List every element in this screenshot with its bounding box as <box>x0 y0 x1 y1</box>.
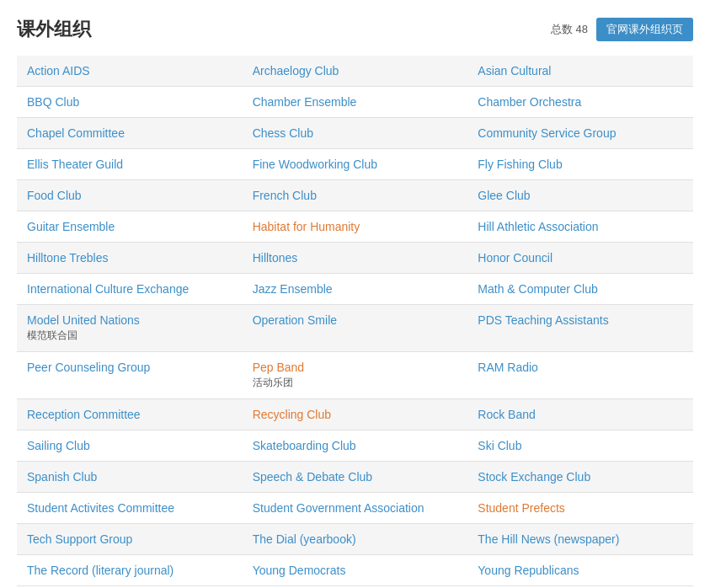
table-row: International Culture ExchangeJazz Ensem… <box>17 274 693 305</box>
table-cell: Tech Support Group <box>17 524 243 555</box>
table-cell: French Club <box>243 180 468 211</box>
table-cell: Operation Smile <box>243 305 468 352</box>
table-cell: Student Government Association <box>243 493 468 524</box>
club-link[interactable]: Fly Fishing Club <box>478 158 562 171</box>
club-link[interactable]: Peer Counseling Group <box>27 361 150 374</box>
page-title: 课外组织 <box>17 17 91 42</box>
club-link[interactable]: Recycling Club <box>253 408 331 421</box>
club-link[interactable]: PDS Teaching Assistants <box>478 313 608 327</box>
club-link[interactable]: French Club <box>253 189 317 202</box>
club-link[interactable]: Model United Nations <box>27 313 140 327</box>
club-link[interactable]: Speech & Debate Club <box>253 470 372 484</box>
club-link[interactable]: The Hill News (newspaper) <box>478 532 619 546</box>
table-cell: Young Democrats <box>243 555 468 586</box>
club-link[interactable]: Jazz Ensemble <box>253 282 333 296</box>
table-cell: Young Republicans <box>467 555 693 586</box>
club-link[interactable]: Ellis Theater Guild <box>27 158 123 171</box>
table-cell: Chapel Committee <box>17 118 243 149</box>
club-subtitle: 模范联合国 <box>27 329 232 343</box>
club-link[interactable]: Hill Athletic Association <box>478 220 598 233</box>
table-cell: Glee Club <box>467 180 693 211</box>
table-row: Ellis Theater GuildFine Woodworking Club… <box>17 149 693 180</box>
club-link[interactable]: Operation Smile <box>253 313 337 327</box>
club-link[interactable]: Chamber Orchestra <box>478 95 581 109</box>
table-row: Sailing ClubSkateboarding ClubSki Club <box>17 430 693 462</box>
table-cell: The Dial (yearbook) <box>243 524 468 555</box>
table-cell: Chamber Ensemble <box>243 87 468 118</box>
table-cell: Archaelogy Club <box>243 56 468 87</box>
club-link[interactable]: Chapel Committee <box>27 126 125 140</box>
table-cell: Jazz Ensemble <box>243 274 468 305</box>
table-cell: Math & Computer Club <box>467 274 693 305</box>
club-link[interactable]: Student Activites Committee <box>27 501 174 515</box>
table-cell: Student Activites Committee <box>17 493 243 524</box>
club-link[interactable]: Guitar Ensemble <box>27 220 115 233</box>
club-link[interactable]: Habitat for Humanity <box>253 220 360 233</box>
table-cell: Skateboarding Club <box>243 430 468 462</box>
table-cell: Hilltone Trebles <box>17 243 243 274</box>
table-cell: Hill Athletic Association <box>467 211 693 243</box>
table-cell: Action AIDS <box>17 56 243 87</box>
table-cell: Student Prefects <box>467 493 693 524</box>
club-link[interactable]: Chess Club <box>253 126 313 140</box>
club-link[interactable]: Student Government Association <box>253 501 424 515</box>
total-count: 总数 48 <box>551 22 588 37</box>
club-link[interactable]: Tech Support Group <box>27 532 132 546</box>
club-link[interactable]: Food Club <box>27 189 82 202</box>
club-link[interactable]: Action AIDS <box>27 64 90 78</box>
header-right: 总数 48 官网课外组织页 <box>551 18 693 41</box>
club-link[interactable]: Community Service Group <box>478 126 616 140</box>
table-cell: RAM Radio <box>467 352 693 399</box>
table-cell: The Record (literary journal) <box>17 555 243 586</box>
club-link[interactable]: Hilltones <box>253 251 298 265</box>
club-link[interactable]: Spanish Club <box>27 470 97 484</box>
table-cell: Chamber Orchestra <box>467 87 693 118</box>
club-link[interactable]: Skateboarding Club <box>253 439 356 452</box>
table-cell: Ski Club <box>467 430 693 462</box>
club-link[interactable]: BBQ Club <box>27 95 79 109</box>
table-row: Action AIDSArchaelogy ClubAsian Cultural <box>17 56 693 87</box>
table-cell: Honor Council <box>467 243 693 274</box>
club-link[interactable]: RAM Radio <box>478 361 538 374</box>
club-link[interactable]: Archaelogy Club <box>253 64 339 78</box>
club-link[interactable]: Stock Exchange Club <box>478 470 590 484</box>
table-cell: Food Club <box>17 180 243 211</box>
club-link[interactable]: Sailing Club <box>27 439 90 452</box>
club-link[interactable]: Young Democrats <box>253 564 346 577</box>
club-link[interactable]: International Culture Exchange <box>27 282 189 296</box>
club-link[interactable]: Math & Computer Club <box>478 282 597 296</box>
table-cell: The Hill News (newspaper) <box>467 524 693 555</box>
club-link[interactable]: The Dial (yearbook) <box>253 532 356 546</box>
club-link[interactable]: Rock Band <box>478 408 535 421</box>
table-row: Peer Counseling GroupPep Band活动乐团RAM Rad… <box>17 352 693 399</box>
club-link[interactable]: Hilltone Trebles <box>27 251 109 265</box>
club-link[interactable]: Young Republicans <box>478 564 579 577</box>
club-link[interactable]: Reception Committee <box>27 408 141 421</box>
table-row: Model United Nations模范联合国Operation Smile… <box>17 305 693 352</box>
table-row: BBQ ClubChamber EnsembleChamber Orchestr… <box>17 87 693 118</box>
table-cell: Speech & Debate Club <box>243 462 468 493</box>
club-link[interactable]: Honor Council <box>478 251 553 265</box>
club-link[interactable]: Ski Club <box>478 439 521 452</box>
table-cell: Sailing Club <box>17 430 243 462</box>
club-link[interactable]: Pep Band <box>253 361 305 374</box>
club-link[interactable]: The Record (literary journal) <box>27 564 173 577</box>
table-row: Tech Support GroupThe Dial (yearbook)The… <box>17 524 693 555</box>
official-link-button[interactable]: 官网课外组织页 <box>596 18 693 41</box>
table-cell: Guitar Ensemble <box>17 211 243 243</box>
table-cell: International Culture Exchange <box>17 274 243 305</box>
table-cell: Rock Band <box>467 399 693 430</box>
club-link[interactable]: Asian Cultural <box>478 64 551 78</box>
table-row: Guitar EnsembleHabitat for HumanityHill … <box>17 211 693 243</box>
club-link[interactable]: Fine Woodworking Club <box>253 158 377 171</box>
club-subtitle: 活动乐团 <box>253 376 458 390</box>
page-header: 课外组织 总数 48 官网课外组织页 <box>17 17 693 42</box>
club-link[interactable]: Chamber Ensemble <box>253 95 357 109</box>
table-cell: Pep Band活动乐团 <box>243 352 468 399</box>
page-container: 课外组织 总数 48 官网课外组织页 Action AIDSArchaelogy… <box>0 0 710 588</box>
club-link[interactable]: Student Prefects <box>478 501 565 515</box>
club-link[interactable]: Glee Club <box>478 189 530 202</box>
table-cell: Habitat for Humanity <box>243 211 468 243</box>
table-cell: PDS Teaching Assistants <box>467 305 693 352</box>
table-cell: Model United Nations模范联合国 <box>17 305 243 352</box>
